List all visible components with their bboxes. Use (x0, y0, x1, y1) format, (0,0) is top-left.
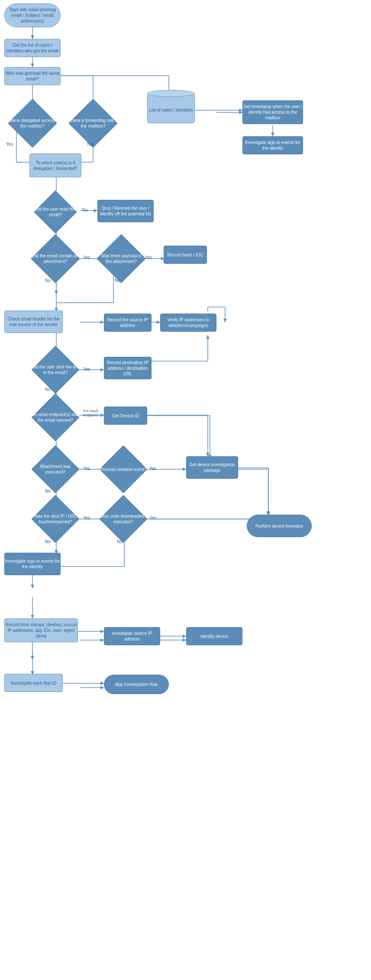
node-get-users-label: Get the list of users / identities who g… (5, 42, 60, 54)
node-record-hash: Record hash / IOC (164, 246, 207, 264)
node-investigate-signin-bottom: Investigate sign-in events for the ident… (4, 553, 61, 575)
diamond-link: Did the user click the link in the email… (29, 352, 81, 387)
cylinder-users-label: List of users / identities (149, 107, 193, 113)
label-foreach-endpoint: For eachendpoint (83, 409, 99, 417)
node-record-source-ip: Record the source IP address (104, 314, 152, 332)
arrow-n15-n18 (0, 642, 371, 664)
node-to-which-users: To which user(s) is it delegated / forwa… (29, 154, 81, 177)
label-no-link: No (45, 387, 51, 392)
svg-marker-59 (206, 453, 210, 456)
node-investigate-signin-top-label: Investigate sign-in events for the ident… (243, 140, 303, 151)
svg-marker-56 (100, 413, 104, 417)
label-no-read: No (82, 208, 88, 212)
diamond-endpoint: On what endpoint(s) was the email opened… (29, 402, 81, 432)
svg-marker-49 (100, 368, 104, 372)
diamond-read: Did the user read the email? (29, 197, 81, 227)
diamond-delegated: Is there delegated access to the mailbox… (4, 106, 61, 141)
node-investigate-app-label: Investigate each App ID (11, 680, 57, 686)
node-record-source-ip-label: Record the source IP address (104, 317, 151, 328)
node-who-else-label: Who else got/read the same email? (5, 70, 60, 82)
node-verify-ip: Verify IP addresses to attackers/campaig… (160, 314, 216, 332)
node-app-investigation-label: App Investigation flow (115, 682, 157, 687)
svg-marker-109 (183, 634, 186, 638)
node-investigate-source-ip: Investigate source IP address (104, 627, 160, 645)
svg-marker-39 (100, 320, 104, 324)
node-get-device-id: Get Device ID (104, 407, 147, 425)
diamond-code: Was code downloaded / executed? (100, 502, 147, 536)
diamond-process: Process creation event? (100, 452, 147, 487)
node-record-timestamps: Record time stamps, devices, source IP a… (4, 618, 78, 642)
svg-marker-65 (183, 468, 186, 471)
start-label: Start with initial phishing email / Subj… (5, 7, 60, 24)
svg-marker-81 (31, 615, 34, 618)
label-no-dest-ip: No (45, 539, 51, 544)
diamond-attachment-exec: Attachment was executed? (29, 452, 81, 487)
node-check-header: Check email header for the true source o… (4, 311, 63, 333)
label-yes-code: Yes (149, 516, 156, 520)
svg-marker-3 (31, 64, 34, 67)
diamond-dest-ip: Was the dest IP / URL touched/opened? (29, 502, 81, 536)
node-to-which-users-label: To which user(s) is it delegated / forwa… (30, 160, 81, 171)
svg-marker-1 (31, 35, 34, 39)
node-investigate-app: Investigate each App ID (4, 674, 63, 692)
diamond-attachment: Did the email contain an attachment? (29, 240, 81, 277)
diamond-payload: Was there payload in the attachment? (100, 240, 143, 277)
svg-marker-91 (31, 585, 34, 588)
svg-marker-68 (267, 511, 270, 515)
node-app-investigation: App Investigation flow (104, 675, 169, 694)
node-stop-remove: Stop / Remove the user / identity off th… (97, 200, 154, 222)
svg-marker-45 (223, 319, 227, 322)
node-record-timestamps-label: Record time stamps, devices, source IP a… (5, 622, 77, 639)
label-yes-dest-ip: Yes (83, 516, 90, 520)
arrow-n14-down (0, 575, 371, 592)
node-get-users: Get the list of users / identities who g… (4, 39, 61, 57)
label-yes-exec: Yes (83, 466, 90, 471)
label-yes-delegated: Yes (6, 142, 13, 147)
node-perform-forensics-label: Perform device forensics (255, 523, 303, 529)
svg-marker-25 (94, 209, 97, 212)
label-no-code: No (117, 539, 123, 544)
label-yes-process: Yes (149, 466, 156, 471)
start-node: Start with initial phishing email / Subj… (4, 3, 61, 27)
svg-marker-15 (271, 133, 274, 136)
svg-marker-97 (100, 682, 104, 685)
svg-marker-89 (100, 686, 104, 689)
label-no-exec: No (45, 489, 51, 493)
svg-marker-41 (157, 320, 160, 324)
node-investigate-signin-bottom-label: Investigate sign-in events for the ident… (5, 558, 60, 570)
node-record-dest-ip: Record destination IP address / destinat… (104, 357, 152, 379)
flowchart-diagram: Start with initial phishing email / Subj… (0, 0, 371, 980)
svg-marker-83 (100, 638, 104, 642)
node-identify-device-label: Identify device (200, 634, 228, 639)
node-who-else: Who else got/read the same email? (4, 67, 61, 85)
node-investigate-signin-top: Investigate sign-in events for the ident… (242, 136, 303, 154)
node-investigate-source-ip-label: Investigate source IP address (104, 631, 160, 642)
svg-marker-99 (239, 109, 242, 112)
svg-marker-13 (239, 111, 242, 114)
diamond-forwarding: Is there a forwarding rule for the mailb… (65, 106, 121, 141)
node-record-hash-label: Record hash / IOC (168, 252, 203, 258)
label-yes-payload: Yes (145, 255, 152, 260)
svg-marker-85 (183, 638, 186, 642)
node-perform-forensics: Perform device forensics (247, 515, 312, 537)
node-get-device-id-label: Get Device ID (112, 413, 139, 419)
node-get-timestamp-label: Get timestamp when the user / identity h… (243, 104, 303, 121)
svg-marker-93 (100, 630, 104, 633)
svg-marker-33 (55, 291, 58, 294)
node-verify-ip-label: Verify IP addresses to attackers/campaig… (161, 317, 216, 328)
node-get-timestamp: Get timestamp when the user / identity h… (242, 100, 303, 124)
svg-marker-52 (206, 335, 210, 339)
svg-marker-95 (31, 656, 34, 660)
node-get-device-package: Get device investigation package (186, 456, 238, 479)
cylinder-users: List of users / identities (147, 93, 195, 123)
label-yes-attachment: Yes (83, 255, 90, 260)
node-stop-remove-label: Stop / Remove the user / identity off th… (98, 205, 153, 217)
label-yes-forwarding: Yes (87, 142, 94, 147)
node-identify-device: Identify device (186, 627, 242, 645)
node-get-device-package-label: Get device investigation package (187, 462, 238, 473)
node-check-header-label: Check email header for the true source o… (5, 316, 62, 327)
label-no-attachment: No (45, 278, 51, 283)
node-record-dest-ip-label: Record destination IP address / destinat… (104, 360, 151, 377)
label-yes-link: Yes (83, 367, 90, 372)
label-no-payload: No (115, 278, 120, 283)
